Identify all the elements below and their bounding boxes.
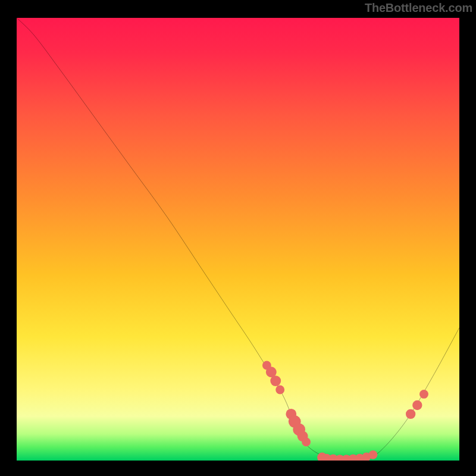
chart-frame: TheBottleneck.com [0,0,476,476]
scatter-point [419,390,428,399]
chart-svg [17,18,459,461]
source-credit: TheBottleneck.com [365,1,472,15]
plot-area [17,18,459,461]
scatter-point [406,409,415,419]
scatter-point [302,437,311,446]
scatter-point [270,375,281,386]
scatter-point [275,386,284,394]
scatter-points [262,361,428,461]
scatter-point [412,400,422,410]
bottleneck-curve [17,18,459,461]
scatter-point [368,450,377,459]
